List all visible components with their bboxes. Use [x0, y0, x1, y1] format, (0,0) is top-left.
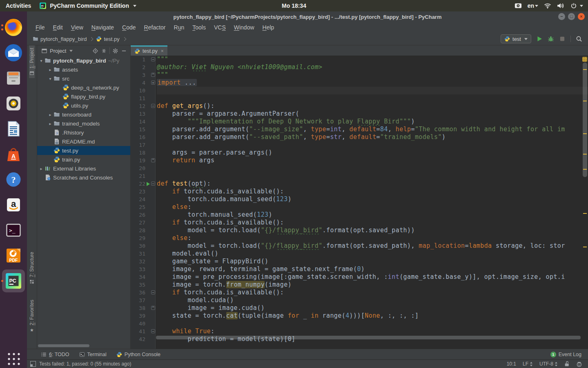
code-line-17[interactable]: 17	[131, 141, 588, 149]
close-tab-icon[interactable]: ×	[161, 48, 164, 54]
locate-file-icon[interactable]	[92, 48, 98, 54]
tree-item-test-py[interactable]: test.py	[37, 146, 130, 155]
code-line-26[interactable]: 26 torch.manual_seed(123)	[131, 211, 588, 219]
code-line-38[interactable]: 38^ image = image.cuda()	[131, 304, 588, 312]
dock-item-firefox[interactable]	[0, 15, 27, 40]
code-line-39[interactable]: 39 state = torch.cat(tuple(image for _ i…	[131, 312, 588, 320]
code-line-40[interactable]: 40	[131, 320, 588, 328]
breadcrumb-test.py[interactable]: test.py	[96, 36, 119, 42]
code-line-35[interactable]: 35 image = torch.from_numpy(image)	[131, 281, 588, 289]
inspection-indicator[interactable]	[582, 57, 587, 62]
collapse-all-icon[interactable]	[101, 48, 107, 54]
screencast-icon[interactable]	[514, 3, 522, 9]
minimize-button[interactable]: −	[558, 13, 565, 20]
code-line-21[interactable]: 21	[131, 172, 588, 180]
run-line-icon[interactable]	[147, 182, 150, 186]
warning-stripe-mark[interactable]	[583, 169, 587, 170]
tree-arrow-icon[interactable]: ▸	[47, 121, 53, 126]
code-line-32[interactable]: 32 game_state = FlappyBird()	[131, 258, 588, 265]
breadcrumb-pytorch_flappy_bird[interactable]: pytorch_flappy_bird	[33, 36, 87, 42]
stop-button[interactable]	[559, 36, 566, 42]
editor[interactable]: test.py × 1−"""2@author: Viet Nguyen <nh…	[131, 45, 588, 349]
menu-code[interactable]: Code	[118, 23, 139, 31]
code-line-36[interactable]: 36− if torch.cuda.is_available():	[131, 289, 588, 296]
dock-item-amazon[interactable]: a	[0, 192, 27, 218]
code-line-20[interactable]: 20	[131, 164, 588, 172]
app-menu[interactable]: PC PyCharm Community Edition	[39, 2, 136, 9]
maximize-button[interactable]: □	[568, 13, 575, 20]
toolwindow-switcher-icon[interactable]	[30, 361, 36, 367]
run-config-select[interactable]: test	[501, 34, 531, 43]
keyboard-layout-indicator[interactable]: en	[528, 2, 538, 9]
code-line-22[interactable]: 22−def test(opt):	[131, 180, 588, 188]
fold-marker-icon[interactable]: ^	[151, 306, 155, 310]
menu-vcs[interactable]: VCS	[210, 23, 229, 31]
toolwindow-button-1-project[interactable]: 1: Project	[29, 45, 35, 78]
project-panel-title[interactable]: Project	[50, 48, 66, 54]
menu-refactor[interactable]: Refactor	[140, 23, 169, 31]
dock-item-help[interactable]: ?	[0, 167, 27, 192]
code-line-14[interactable]: 14 """Implementation of Deep Q Network t…	[131, 118, 588, 126]
code-line-25[interactable]: 25 else:	[131, 203, 588, 211]
tree-arrow-icon[interactable]: ▸	[38, 166, 45, 171]
tree-arrow-icon[interactable]: ▾	[38, 58, 45, 63]
dock-item-files[interactable]	[0, 65, 27, 91]
power-menu[interactable]	[570, 3, 583, 9]
tree-arrow-icon[interactable]: ▾	[47, 76, 53, 81]
tree-item-src[interactable]: ▾src	[37, 74, 130, 83]
dock-item-rhythmbox[interactable]	[0, 91, 27, 116]
code-line-19[interactable]: 19^ return args	[131, 157, 588, 164]
dock-item-software[interactable]: A	[0, 141, 27, 167]
tree-item--rhistory[interactable]: ?.Rhistory	[37, 128, 130, 137]
warning-stripe-mark[interactable]	[583, 101, 587, 101]
code-line-3[interactable]: 3^"""	[131, 71, 588, 79]
code-line-33[interactable]: 33 image, reward, terminal = game_state.…	[131, 265, 588, 273]
fold-marker-icon[interactable]: −	[151, 57, 155, 61]
lock-icon[interactable]	[564, 361, 570, 367]
code-line-15[interactable]: 15 parser.add_argument("--image_size", t…	[131, 126, 588, 133]
warning-stripe-mark[interactable]	[583, 133, 587, 134]
gear-icon[interactable]	[112, 48, 118, 54]
code-line-27[interactable]: 27 if torch.cuda.is_available():	[131, 219, 588, 227]
tree-item-train-py[interactable]: train.py	[37, 155, 130, 164]
tree-item-pytorch_flappy_bird[interactable]: ▾pytorch_flappy_bird ~/Py	[37, 56, 130, 65]
code-line-4[interactable]: 4+import ...	[131, 79, 588, 87]
terminal-toolwindow-button[interactable]: Terminal	[74, 352, 111, 357]
fold-marker-icon[interactable]: −	[151, 104, 155, 108]
code-line-29[interactable]: 29 else:	[131, 234, 588, 242]
activities-button[interactable]: Activities	[6, 2, 31, 9]
menu-edit[interactable]: Edit	[49, 23, 67, 31]
menu-navigate[interactable]: Navigate	[88, 23, 118, 31]
warning-stripe-mark[interactable]	[583, 154, 587, 155]
code-line-37[interactable]: 37 model.cuda()	[131, 296, 588, 304]
tree-arrow-icon[interactable]: ▸	[47, 67, 53, 72]
dock-item-terminal[interactable]: >_	[0, 218, 27, 243]
wifi-icon[interactable]	[544, 3, 551, 9]
code-line-11[interactable]: 11	[131, 94, 588, 102]
encoding-select[interactable]: UTF-8	[539, 361, 558, 367]
dock-item-pycharm[interactable]: PC	[0, 268, 27, 294]
tree-item-readme-md[interactable]: README.md	[37, 137, 130, 146]
warning-stripe-mark[interactable]	[583, 247, 587, 247]
code-line-31[interactable]: 31 model.eval()	[131, 250, 588, 258]
tree-item-utils-py[interactable]: utils.py	[37, 101, 130, 110]
code-line-2[interactable]: 2@author: Viet Nguyen <nhviet1009@gmail.…	[131, 63, 588, 71]
tab-test-py[interactable]: test.py ×	[131, 45, 167, 56]
volume-icon[interactable]	[557, 3, 564, 9]
tree-item-assets[interactable]: ▸assets	[37, 65, 130, 74]
fold-marker-icon[interactable]: −	[151, 182, 155, 186]
tree-arrow-icon[interactable]: ▸	[47, 112, 53, 117]
show-applications-button[interactable]	[7, 352, 20, 366]
fold-marker-icon[interactable]: −	[151, 329, 155, 333]
code-line-23[interactable]: 23 if torch.cuda.is_available():	[131, 188, 588, 195]
python-console-toolwindow-button[interactable]: Python Console	[111, 352, 165, 357]
dock-item-writer[interactable]	[0, 116, 27, 141]
code-area[interactable]: 1−"""2@author: Viet Nguyen <nhviet1009@g…	[131, 56, 588, 343]
dock-item-thunderbird[interactable]	[0, 40, 27, 65]
event-log-button[interactable]: 1 Event Log	[550, 352, 581, 357]
tree-item-deep_q_network-py[interactable]: deep_q_network.py	[37, 83, 130, 92]
toolwindow-button-7-structure[interactable]: 7: Structure	[29, 249, 35, 287]
code-line-18[interactable]: 18 args = parser.parse_args()	[131, 149, 588, 157]
menu-tools[interactable]: Tools	[189, 23, 209, 31]
tree-item-external-libraries[interactable]: ▸External Libraries	[37, 164, 130, 173]
